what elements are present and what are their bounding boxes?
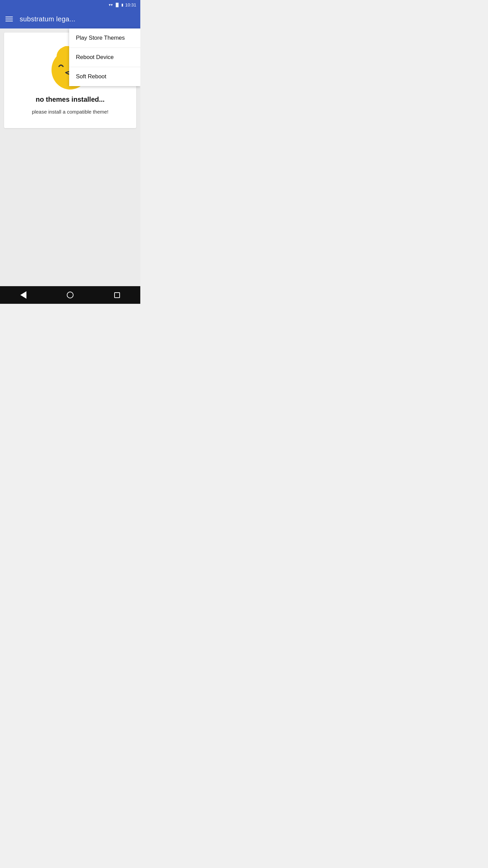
menu-item-reboot-device[interactable]: Reboot Device	[69, 48, 140, 67]
back-icon	[20, 291, 26, 299]
clock: 10:31	[125, 2, 136, 7]
recents-icon	[114, 292, 120, 298]
bottom-nav-bar	[0, 286, 140, 304]
battery-icon: ▮	[121, 3, 123, 7]
hamburger-line-3	[5, 21, 13, 21]
app-title: substratum lega...	[20, 15, 75, 23]
hamburger-line-2	[5, 19, 13, 19]
app-bar: substratum lega...	[0, 9, 140, 28]
back-button[interactable]	[16, 288, 31, 302]
home-button[interactable]	[63, 288, 78, 302]
menu-item-play-store-themes[interactable]: Play Store Themes	[69, 28, 140, 48]
home-icon	[67, 292, 74, 298]
signal-icon: ▐▌	[115, 3, 120, 7]
dropdown-menu: Play Store Themes Reboot Device Soft Reb…	[69, 28, 140, 86]
no-themes-title: no themes installed...	[36, 96, 104, 103]
no-themes-subtitle: please install a compatible theme!	[32, 109, 108, 115]
hamburger-menu-button[interactable]	[5, 17, 13, 21]
hamburger-line-1	[5, 17, 13, 17]
menu-item-soft-reboot[interactable]: Soft Reboot	[69, 67, 140, 86]
wifi-icon: ▾▾	[109, 3, 113, 7]
status-icons: ▾▾ ▐▌ ▮ 10:31	[109, 2, 136, 7]
recents-button[interactable]	[109, 288, 124, 302]
status-bar: ▾▾ ▐▌ ▮ 10:31	[0, 0, 140, 9]
